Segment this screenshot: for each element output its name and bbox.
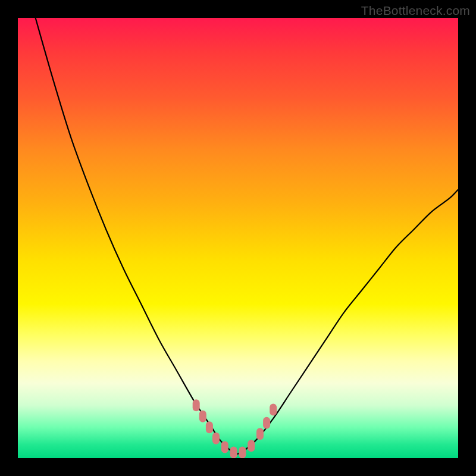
watermark-text: TheBottleneck.com <box>361 4 470 18</box>
marker-dot <box>270 404 277 416</box>
marker-dot <box>263 417 270 429</box>
marker-dot <box>206 421 213 433</box>
marker-dot <box>221 441 228 453</box>
marker-dot <box>256 428 264 440</box>
marker-dot <box>199 411 206 422</box>
optimal-range-markers <box>193 399 277 458</box>
marker-dot <box>239 446 246 458</box>
marker-dot <box>230 446 237 458</box>
marker-dot <box>212 433 220 444</box>
chart-svg <box>18 18 458 458</box>
marker-dot <box>248 440 255 452</box>
bottleneck-curve <box>36 18 458 454</box>
marker-dot <box>193 399 200 411</box>
